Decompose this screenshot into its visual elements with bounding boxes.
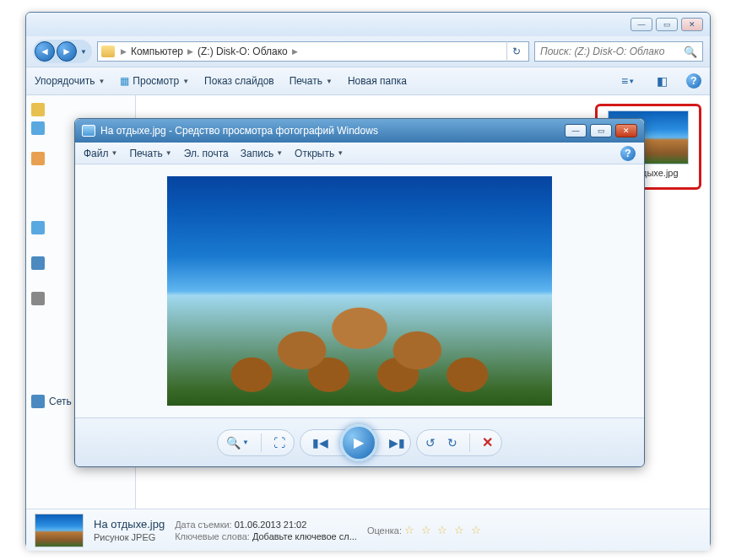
breadcrumb-separator: ▶ xyxy=(290,47,300,56)
explorer-minimize-button[interactable]: — xyxy=(630,18,652,31)
play-slideshow-button[interactable]: ▶ xyxy=(340,424,377,461)
rotate-ccw-button[interactable]: ↺ xyxy=(425,436,436,450)
delete-button[interactable]: ✕ xyxy=(482,434,493,450)
explorer-maximize-button[interactable]: ▭ xyxy=(656,18,678,31)
viewer-canvas[interactable] xyxy=(75,164,644,417)
zoom-button[interactable]: 🔍 ▼ xyxy=(226,436,249,450)
folder-icon xyxy=(101,46,115,57)
explorer-close-button[interactable]: ✕ xyxy=(681,18,703,31)
search-icon: 🔍 xyxy=(684,46,697,58)
details-filename: На отдыхе.jpg xyxy=(94,518,165,530)
search-input[interactable] xyxy=(540,46,684,57)
menu-email[interactable]: Эл. почта xyxy=(184,148,229,159)
viewer-help-icon[interactable]: ? xyxy=(620,146,636,161)
details-rating-stars[interactable]: ☆ ☆ ☆ ☆ ☆ xyxy=(404,524,482,536)
menu-burn[interactable]: Запись▼ xyxy=(241,148,283,159)
address-bar[interactable]: ▶ Компьютер ▶ (Z:) Disk-O: Облако ▶ ↻ xyxy=(97,41,529,62)
breadcrumb-computer[interactable]: Компьютер xyxy=(129,46,185,57)
view-options-button[interactable]: ≡ ▼ xyxy=(619,72,637,90)
viewer-titlebar[interactable]: На отдыхе.jpg - Средство просмотра фотог… xyxy=(75,119,644,143)
viewer-title-text: На отдыхе.jpg - Средство просмотра фотог… xyxy=(100,125,565,137)
explorer-toolbar: Упорядочить▼ ▦ Просмотр▼ Показ слайдов П… xyxy=(26,67,710,95)
details-keywords-value[interactable]: Добавьте ключевое сл... xyxy=(252,531,357,541)
breadcrumb-separator: ▶ xyxy=(118,47,129,56)
slideshow-button[interactable]: Показ слайдов xyxy=(204,75,274,87)
nav-history-dropdown[interactable]: ▼ xyxy=(80,48,87,56)
search-box[interactable]: 🔍 xyxy=(534,41,703,62)
details-thumbnail xyxy=(35,514,84,547)
details-pane: На отдыхе.jpg Рисунок JPEG Дата съемки: … xyxy=(26,509,710,551)
menu-open[interactable]: Открыть▼ xyxy=(295,148,344,159)
viewer-app-icon xyxy=(82,125,95,137)
explorer-nav-row: ◄ ► ▼ ▶ Компьютер ▶ (Z:) Disk-O: Облако … xyxy=(26,36,710,67)
breadcrumb-drive[interactable]: (Z:) Disk-O: Облако xyxy=(196,46,290,57)
viewer-controls: 🔍 ▼ ⛶ ▮◀ ▶ ▶▮ ↺ ↻ ✕ xyxy=(75,417,644,466)
details-keywords-label: Ключевые слова: xyxy=(175,531,250,541)
help-icon[interactable]: ? xyxy=(686,73,701,89)
nav-back-button[interactable]: ◄ xyxy=(35,41,55,62)
viewer-menubar: Файл▼ Печать▼ Эл. почта Запись▼ Открыть▼… xyxy=(75,143,644,164)
rotate-cw-button[interactable]: ↻ xyxy=(447,436,457,450)
menu-file[interactable]: Файл▼ xyxy=(84,148,117,159)
details-date-label: Дата съемки: xyxy=(175,520,231,530)
refresh-button[interactable]: ↻ xyxy=(506,41,525,62)
viewer-close-button[interactable]: ✕ xyxy=(615,124,637,137)
explorer-titlebar: — ▭ ✕ xyxy=(26,13,710,36)
breadcrumb-separator: ▶ xyxy=(185,47,196,56)
preview-pane-button[interactable]: ◧ xyxy=(652,72,671,90)
sidebar-item[interactable] xyxy=(30,100,132,119)
organize-button[interactable]: Упорядочить▼ xyxy=(35,75,105,87)
prev-button[interactable]: ▮◀ xyxy=(312,436,328,450)
fit-button[interactable]: ⛶ xyxy=(273,436,285,450)
details-rating-label: Оценка: xyxy=(367,525,402,536)
details-date-value: 01.06.2013 21:02 xyxy=(235,520,307,530)
print-button[interactable]: Печать▼ xyxy=(290,75,333,87)
sidebar-item-label: Сеть xyxy=(49,396,72,407)
menu-print[interactable]: Печать▼ xyxy=(129,148,171,159)
newfolder-button[interactable]: Новая папка xyxy=(348,75,407,87)
details-filetype: Рисунок JPEG xyxy=(94,532,165,542)
next-button[interactable]: ▶▮ xyxy=(389,436,405,450)
preview-button[interactable]: ▦ Просмотр▼ xyxy=(120,75,189,87)
nav-forward-button[interactable]: ► xyxy=(57,41,77,62)
viewer-maximize-button[interactable]: ▭ xyxy=(590,124,612,137)
photo-display xyxy=(167,176,552,406)
viewer-minimize-button[interactable]: — xyxy=(565,124,587,137)
photo-viewer-window: На отдыхе.jpg - Средство просмотра фотог… xyxy=(74,118,645,467)
